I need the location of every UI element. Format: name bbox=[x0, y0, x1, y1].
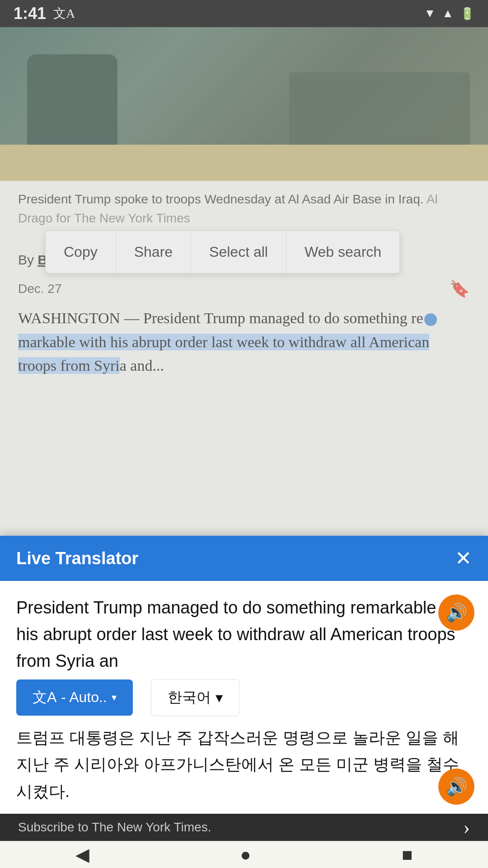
translate-status-icon: 文A bbox=[53, 5, 75, 22]
article-hero-image bbox=[0, 27, 488, 181]
translator-header: Live Translator ✕ bbox=[0, 536, 488, 581]
status-time: 1:41 bbox=[14, 4, 46, 23]
subscribe-text: Subscribe to The New York Times. bbox=[18, 820, 211, 835]
signal-icon: ▲ bbox=[442, 7, 454, 20]
crowd-background bbox=[289, 72, 470, 154]
status-right: ▼ ▲ 🔋 bbox=[424, 7, 474, 21]
source-language-label: - Auto.. bbox=[61, 689, 107, 706]
target-language-button[interactable]: 한국어 ▾ bbox=[151, 679, 239, 716]
wall-element bbox=[0, 145, 488, 181]
speaker-icon-bottom: 🔊 bbox=[446, 777, 467, 797]
speaker-button-bottom[interactable]: 🔊 bbox=[438, 769, 474, 805]
date-row: Dec. 27 🔖 bbox=[18, 272, 470, 307]
share-button[interactable]: Share bbox=[116, 231, 191, 273]
caption-main: President Trump spoke to troops Wednesda… bbox=[18, 192, 424, 206]
navigation-bar: ◀ ● ■ bbox=[0, 841, 488, 868]
source-language-button[interactable]: 文A - Auto.. ▾ bbox=[16, 679, 133, 716]
copy-button[interactable]: Copy bbox=[46, 231, 116, 273]
speaker-button-top[interactable]: 🔊 bbox=[438, 594, 474, 631]
select-all-button[interactable]: Select all bbox=[191, 231, 286, 273]
body-text-after: a and... bbox=[120, 357, 164, 374]
translator-body: President Trump managed to do something … bbox=[0, 581, 488, 814]
recents-nav-button[interactable]: ■ bbox=[402, 844, 413, 865]
back-nav-button[interactable]: ◀ bbox=[75, 844, 89, 865]
article-body: WASHINGTON — President Trump managed to … bbox=[18, 307, 470, 378]
text-cursor bbox=[424, 313, 437, 326]
translator-title: Live Translator bbox=[16, 549, 138, 568]
image-caption: President Trump spoke to troops Wednesda… bbox=[0, 181, 488, 239]
wifi-icon: ▼ bbox=[424, 7, 436, 20]
translator-english-text: President Trump managed to do something … bbox=[16, 594, 472, 675]
translator-close-button[interactable]: ✕ bbox=[455, 548, 472, 568]
live-translator-panel: Live Translator ✕ President Trump manage… bbox=[0, 536, 488, 814]
target-language-label: 한국어 bbox=[168, 688, 211, 708]
translator-korean-text: 트럼프 대통령은 지난 주 갑작스러운 명령으로 놀라운 일을 해 지난 주 시… bbox=[16, 724, 472, 805]
translate-icon-btn: 文A bbox=[33, 688, 56, 708]
text-selection-toolbar: Copy Share Select all Web search bbox=[45, 231, 400, 274]
bookmark-icon[interactable]: 🔖 bbox=[450, 279, 470, 298]
status-left: 1:41 文A bbox=[14, 4, 75, 23]
article-date: Dec. 27 bbox=[18, 282, 62, 296]
web-search-button[interactable]: Web search bbox=[286, 231, 399, 273]
home-nav-button[interactable]: ● bbox=[240, 844, 251, 865]
language-selector-row: 文A - Auto.. ▾ 한국어 ▾ bbox=[16, 679, 472, 716]
subscribe-bar: Subscribe to The New York Times. › bbox=[0, 814, 488, 841]
selected-text: markable with his abrupt order last week… bbox=[18, 334, 429, 374]
source-dropdown-arrow: ▾ bbox=[112, 692, 117, 703]
subscribe-arrow[interactable]: › bbox=[463, 816, 470, 839]
target-dropdown-arrow: ▾ bbox=[216, 689, 223, 706]
body-text-start: WASHINGTON — President Trump managed to … bbox=[18, 310, 423, 326]
battery-icon: 🔋 bbox=[460, 7, 474, 21]
status-bar: 1:41 文A ▼ ▲ 🔋 bbox=[0, 0, 488, 27]
speaker-icon-top: 🔊 bbox=[446, 603, 467, 623]
